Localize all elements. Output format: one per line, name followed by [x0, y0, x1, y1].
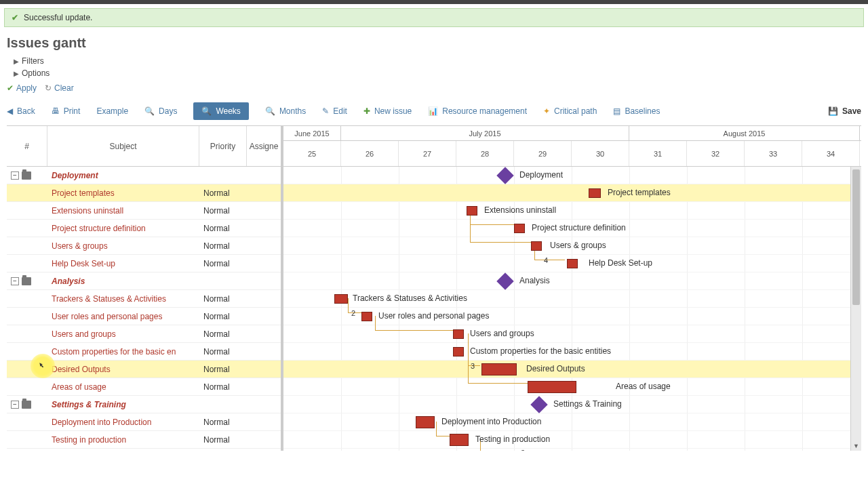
folder-icon: [22, 171, 31, 180]
gantt-right-pane[interactable]: June 2015 July 2015 August 2015 25262728…: [283, 126, 861, 451]
print-button[interactable]: 🖶Print: [52, 106, 81, 116]
clear-link[interactable]: ↻Clear: [45, 83, 74, 93]
gantt-bar[interactable]: [528, 381, 576, 393]
folder-icon: [22, 401, 31, 409]
gantt-bar[interactable]: [589, 188, 601, 198]
gantt-bar[interactable]: [514, 224, 525, 233]
task-row[interactable]: Extensions uninstallNormal: [7, 202, 281, 220]
folder-icon: [22, 277, 31, 285]
task-row[interactable]: Help Desk Set-upNormal: [7, 255, 281, 272]
milestone-icon[interactable]: [496, 167, 513, 184]
milestone-icon[interactable]: [530, 396, 547, 413]
gantt-bar[interactable]: [453, 329, 464, 339]
new-issue-button[interactable]: ✚New issue: [363, 106, 412, 116]
resource-mgmt-button[interactable]: 📊Resource management: [428, 106, 527, 116]
months-button[interactable]: 🔍Months: [265, 106, 306, 116]
collapse-icon[interactable]: −: [11, 401, 19, 409]
gantt-bar[interactable]: [481, 363, 517, 375]
top-nav-bar: [0, 0, 868, 4]
col-assignee[interactable]: Assigne: [247, 126, 281, 166]
milestone-icon[interactable]: [496, 272, 513, 289]
col-priority[interactable]: Priority: [199, 126, 247, 166]
left-header: # Subject Priority Assigne: [7, 126, 281, 167]
baseline-icon: ▤: [613, 106, 620, 116]
printer-icon: 🖶: [52, 106, 60, 116]
move-cursor-icon: [38, 361, 47, 371]
plus-icon: ✚: [363, 106, 370, 116]
save-button[interactable]: 💾Save: [828, 106, 861, 116]
gantt-chart-body[interactable]: Deployment Project templates Extensions …: [283, 167, 861, 451]
gantt-bar[interactable]: [361, 312, 372, 321]
gantt-bar[interactable]: [531, 241, 542, 251]
task-row[interactable]: Roles, Trackers, Statuses, CustomNormal: [7, 449, 281, 451]
task-row[interactable]: Trackers & Statuses & ActivitiesNormal: [7, 290, 281, 308]
col-num[interactable]: #: [7, 126, 47, 166]
apply-link[interactable]: ✔Apply: [7, 83, 37, 93]
zoom-icon: 🔍: [144, 106, 155, 116]
drag-handle-highlight[interactable]: [31, 354, 55, 378]
week-header: 2526272829 3031323334: [283, 141, 861, 167]
group-row-settings[interactable]: − Settings & Training: [7, 396, 281, 413]
chevron-right-icon: ▶: [14, 70, 19, 77]
task-row[interactable]: Project structure definitionNormal: [7, 220, 281, 237]
edit-button[interactable]: ✎Edit: [322, 106, 347, 116]
collapse-icon[interactable]: −: [11, 277, 19, 285]
example-button[interactable]: Example: [96, 106, 128, 116]
critical-path-button[interactable]: ✦Critical path: [543, 106, 597, 116]
zoom-icon: 🔍: [265, 106, 275, 116]
check-icon: ✔: [12, 13, 18, 22]
task-row[interactable]: User roles and personal pagesNormal: [7, 308, 281, 325]
chevron-right-icon: ▶: [14, 58, 19, 65]
group-row-deployment[interactable]: − Deployment: [7, 167, 281, 184]
gantt-bar[interactable]: [453, 347, 464, 357]
task-row[interactable]: Project templatesNormal: [7, 184, 281, 202]
back-button[interactable]: ◀Back: [7, 106, 35, 116]
toolbar: ◀Back 🖶Print Example 🔍Days 🔍Weeks 🔍Month…: [0, 97, 868, 125]
task-row[interactable]: Areas of usageNormal: [7, 378, 281, 396]
gantt-left-pane: # Subject Priority Assigne − Deployment …: [7, 126, 283, 451]
gantt-bar[interactable]: [334, 294, 348, 304]
check-icon: ✔: [7, 83, 14, 93]
month-header: June 2015 July 2015 August 2015: [283, 126, 861, 141]
back-arrow-icon: ◀: [7, 106, 13, 116]
weeks-button[interactable]: 🔍Weeks: [193, 102, 248, 120]
scroll-down-icon[interactable]: ▼: [851, 441, 861, 451]
gantt-bar[interactable]: [567, 259, 578, 268]
spark-icon: ✦: [543, 106, 550, 116]
days-button[interactable]: 🔍Days: [144, 106, 177, 116]
reload-icon: ↻: [45, 83, 52, 93]
zoom-icon: 🔍: [201, 106, 212, 116]
baselines-button[interactable]: ▤Baselines: [613, 106, 660, 116]
flash-message: Successful update.: [24, 13, 92, 22]
task-row[interactable]: Testing in productionNormal: [7, 431, 281, 449]
gantt-bar[interactable]: [467, 206, 477, 216]
chart-icon: 📊: [428, 106, 438, 116]
filters-toggle[interactable]: ▶Filters: [0, 55, 868, 67]
pencil-icon: ✎: [322, 106, 329, 116]
gantt-bar[interactable]: [416, 416, 435, 428]
options-toggle[interactable]: ▶Options: [0, 67, 868, 79]
gantt-container: # Subject Priority Assigne − Deployment …: [7, 125, 861, 451]
save-icon: 💾: [828, 106, 838, 116]
task-row[interactable]: Deployment into ProductionNormal: [7, 413, 281, 431]
task-row[interactable]: Users and groupsNormal: [7, 325, 281, 343]
vertical-scrollbar[interactable]: ▲ ▼: [850, 167, 861, 451]
task-row[interactable]: Users & groupsNormal: [7, 237, 281, 255]
scrollbar-thumb[interactable]: [852, 169, 860, 305]
flash-success: ✔ Successful update.: [4, 8, 864, 27]
gantt-bar[interactable]: [450, 434, 469, 446]
page-title: Issues gantt: [0, 31, 868, 55]
collapse-icon[interactable]: −: [11, 171, 19, 180]
group-row-analysis[interactable]: − Analysis: [7, 272, 281, 290]
col-subject[interactable]: Subject: [47, 126, 199, 166]
